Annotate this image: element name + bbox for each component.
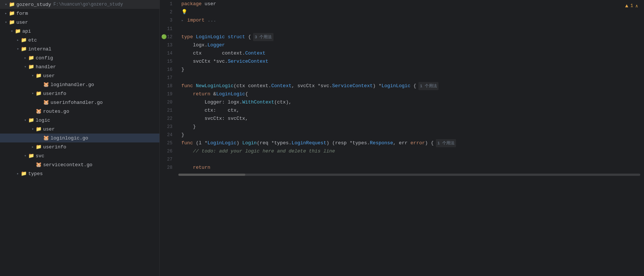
sidebar-item-api[interactable]: 📁 api: [0, 27, 159, 36]
code-line-19: 19 return &LoginLogic{: [160, 90, 644, 98]
sidebar-item-form[interactable]: 📁 form: [0, 9, 159, 18]
loginlogic-label: loginlogic.go: [51, 135, 88, 141]
internal-chevron: [15, 46, 21, 52]
sidebar-item-routes[interactable]: 🐹 routes.go: [0, 107, 159, 116]
sidebar-item-userinfohandler[interactable]: 🐹 userinfohandler.go: [0, 98, 159, 107]
sidebar-item-logic-userinfo[interactable]: 📁 userinfo: [0, 142, 159, 151]
line-content-23: }: [178, 123, 644, 131]
gutter-icon-12: 🟢: [161, 33, 167, 41]
sidebar-item-logic-user[interactable]: 📁 user: [0, 125, 159, 134]
handler-folder-icon: 📁: [28, 64, 34, 70]
scrollbar-thumb[interactable]: [178, 174, 245, 176]
etc-chevron: [15, 37, 21, 43]
line-content-1: package user: [178, 0, 644, 8]
logic-user-label: user: [43, 126, 55, 132]
code-content: 1 package user 2 💡 3 ▸ import ... 11 🟢 1…: [160, 0, 644, 276]
svc-folder-icon: 📁: [28, 153, 34, 159]
sidebar-item-loginhandler[interactable]: 🐹 loginhandler.go: [0, 80, 159, 89]
sidebar-item-handler[interactable]: 📁 handler: [0, 62, 159, 71]
line-num-3: 3: [160, 16, 178, 24]
code-line-25: 25 func (l *LoginLogic) Login(req *types…: [160, 139, 644, 147]
loginhandler-icon: 🐹: [43, 82, 49, 88]
line-num-12: 🟢 12: [160, 33, 178, 41]
code-line-21: 21 ctx: ctx,: [160, 106, 644, 115]
root-path: F:\huancun\go\gozero_study: [54, 2, 123, 7]
userinfohandler-label: userinfohandler.go: [51, 100, 103, 105]
scrollbar-area: [160, 173, 644, 176]
line-num-14: 14: [160, 49, 178, 58]
form-chevron: [3, 10, 9, 16]
logic-label: logic: [36, 118, 50, 123]
line-content-3: ▸ import ...: [178, 16, 644, 25]
sidebar-item-types[interactable]: 📁 types: [0, 169, 159, 178]
user-label: user: [16, 20, 28, 25]
code-line-15: 15 svcCtx *svc.ServiceContext: [160, 58, 644, 66]
sidebar-item-svc[interactable]: 📁 svc: [0, 151, 159, 160]
line-content-18: func NewLoginLogic(ctx context.Context, …: [178, 82, 644, 90]
sidebar-item-internal[interactable]: 📁 internal: [0, 45, 159, 53]
logic-folder-icon: 📁: [28, 117, 34, 123]
line-content-16: }: [178, 66, 644, 74]
line-content-28: return: [178, 164, 644, 172]
file-tree[interactable]: 📁 gozero_study F:\huancun\go\gozero_stud…: [0, 0, 160, 276]
svc-chevron: [22, 153, 28, 159]
code-editor[interactable]: ▲ 1 ∧ 1 package user 2 💡 3 ▸ import ... …: [160, 0, 644, 276]
root-folder[interactable]: 📁 gozero_study F:\huancun\go\gozero_stud…: [0, 0, 159, 9]
types-label: types: [28, 171, 43, 177]
logic-userinfo-folder-icon: 📁: [36, 144, 42, 150]
code-line-18: 18 func NewLoginLogic(ctx context.Contex…: [160, 82, 644, 90]
scrollbar-track: [178, 174, 640, 176]
line-num-2: 2: [160, 8, 178, 16]
line-content-24: }: [178, 131, 644, 139]
line-num-16: 16: [160, 66, 178, 74]
line-content-2: 💡: [178, 8, 644, 16]
line-content-26: // todo: add your logic here and delete …: [178, 147, 644, 155]
root-label: gozero_study: [16, 2, 51, 7]
sidebar-item-logic[interactable]: 📁 logic: [0, 116, 159, 125]
sidebar-item-user[interactable]: 📁 user: [0, 18, 159, 27]
editor-header: ▲ 1 ∧: [625, 3, 638, 9]
collapse-icon[interactable]: ∧: [635, 3, 638, 9]
line-num-24: 24: [160, 131, 178, 139]
logic-user-folder-icon: 📁: [36, 126, 42, 132]
code-line-23: 23 }: [160, 123, 644, 131]
line-num-27: 27: [160, 155, 178, 164]
hint-25: 1 个用法: [436, 139, 456, 147]
code-line-24: 24 }: [160, 131, 644, 139]
logic-user-chevron: [30, 126, 36, 132]
sidebar-item-etc[interactable]: 📁 etc: [0, 36, 159, 45]
sidebar-item-handler-user[interactable]: 📁 user: [0, 71, 159, 80]
line-num-18: 18: [160, 82, 178, 90]
line-content-22: svcCtx: svcCtx,: [178, 115, 644, 123]
config-chevron: [22, 55, 28, 61]
root-folder-icon: 📁: [9, 1, 15, 7]
logic-userinfo-label: userinfo: [43, 144, 66, 150]
sidebar-item-handler-userinfo[interactable]: 📁 userinfo: [0, 89, 159, 98]
line-content-21: ctx: ctx,: [178, 106, 644, 115]
handler-userinfo-folder-icon: 📁: [36, 91, 42, 96]
hint-18: 1 个用法: [418, 82, 438, 90]
api-folder-icon: 📁: [15, 28, 21, 34]
line-content-25: func (l *LoginLogic) Login(req *types.Lo…: [178, 139, 644, 147]
handler-user-label: user: [43, 73, 55, 79]
routes-icon: 🐹: [36, 108, 42, 114]
sidebar-item-loginlogic[interactable]: 🐹 loginlogic.go: [0, 134, 159, 142]
line-num-17: 17: [160, 74, 178, 82]
sidebar-item-config[interactable]: 📁 config: [0, 53, 159, 62]
line-num-20: 20: [160, 98, 178, 106]
code-line-2: 2 💡: [160, 8, 644, 16]
code-line-14: 14 ctx context.Context: [160, 49, 644, 58]
loginlogic-icon: 🐹: [43, 135, 49, 141]
sidebar-item-servicecontext[interactable]: 🐹 servicecontext.go: [0, 160, 159, 169]
code-line-22: 22 svcCtx: svcCtx,: [160, 115, 644, 123]
code-line-13: 13 logx.Logger: [160, 41, 644, 49]
fold-arrow-import[interactable]: ▸: [181, 19, 184, 23]
line-content-20: Logger: logx.WithContext(ctx),: [178, 98, 644, 106]
routes-label: routes.go: [43, 109, 69, 114]
line-num-15: 15: [160, 58, 178, 66]
code-line-26: 26 // todo: add your logic here and dele…: [160, 147, 644, 155]
line-content-12: type LoginLogic struct {3 个用法: [178, 33, 644, 41]
code-line-27: 27: [160, 155, 644, 164]
warning-count: 1: [631, 3, 633, 9]
line-num-13: 13: [160, 41, 178, 49]
